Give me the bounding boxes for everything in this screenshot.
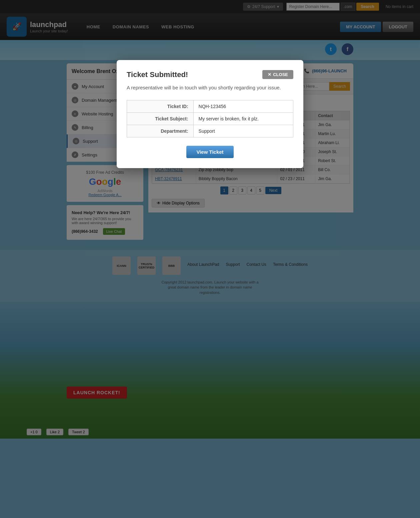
ticket-dept-value: Support — [193, 125, 293, 137]
ticket-subject-row: Ticket Subject: My server is broken, fix… — [127, 112, 293, 125]
modal-header: Ticket Submitted! ✕ CLOSE — [127, 70, 293, 79]
ticket-id-row: Ticket ID: NQH-123456 — [127, 100, 293, 112]
modal-close-button[interactable]: ✕ CLOSE — [262, 70, 293, 79]
close-x-icon: ✕ — [268, 72, 271, 77]
modal-title: Ticket Submitted! — [127, 70, 188, 79]
ticket-id-label: Ticket ID: — [127, 100, 194, 112]
ticket-subject-value: My server is broken, fix it plz. — [193, 112, 293, 125]
ticket-dept-label: Department: — [127, 125, 194, 137]
ticket-submitted-modal: Ticket Submitted! ✕ CLOSE A representati… — [117, 60, 303, 168]
ticket-subject-label: Ticket Subject: — [127, 112, 194, 125]
ticket-id-value: NQH-123456 — [193, 100, 293, 112]
modal-overlay: Ticket Submitted! ✕ CLOSE A representati… — [0, 0, 420, 518]
ticket-dept-row: Department: Support — [127, 125, 293, 137]
modal-description: A representative will be in touch with y… — [127, 84, 293, 92]
view-ticket-button[interactable]: View Ticket — [186, 146, 233, 158]
ticket-info-table: Ticket ID: NQH-123456 Ticket Subject: My… — [127, 100, 293, 137]
